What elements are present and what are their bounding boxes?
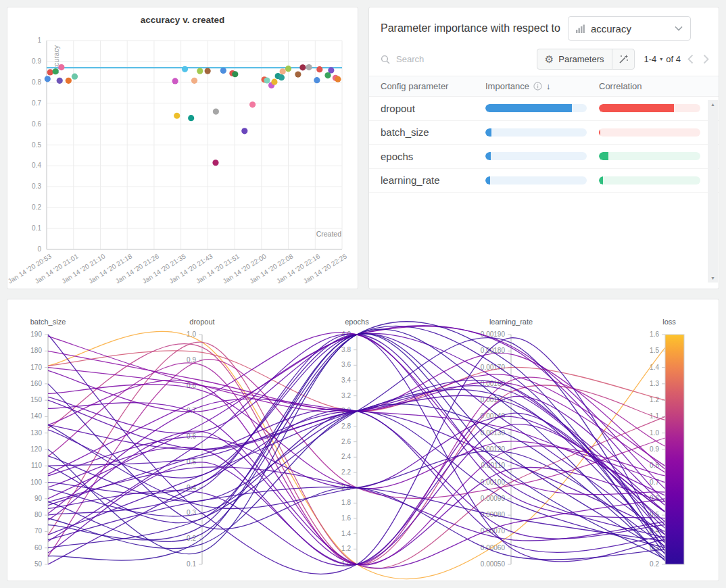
scatter-point[interactable] [232,71,238,77]
scatter-point[interactable] [316,66,322,72]
scatter-point[interactable] [314,77,320,83]
scatter-point[interactable] [335,76,341,82]
parameter-importance-panel: Parameter importance with respect to acc… [368,7,719,289]
svg-text:2.2: 2.2 [341,468,351,476]
config-parameter-name: learning_rate [369,174,485,186]
svg-text:3.6: 3.6 [341,361,351,368]
scatter-point[interactable] [264,77,270,83]
table-scrollbar[interactable]: ▲ ▼ [708,100,718,283]
importance-table-header: Config parameter Importance ↓ Correlatio… [369,76,719,97]
svg-text:Jan 14 '20 20:53: Jan 14 '20 20:53 [7,252,53,285]
svg-text:1.6: 1.6 [341,514,351,522]
metric-dropdown[interactable]: accuracy [568,16,691,41]
scatter-point[interactable] [280,68,286,74]
scatter-point[interactable] [212,160,218,166]
sort-descending-icon[interactable]: ↓ [546,81,551,91]
config-parameter-name: batch_size [369,126,485,138]
scatter-point[interactable] [285,66,291,72]
parameters-button-label: Parameters [558,54,604,64]
importance-row[interactable]: learning_rate [369,169,719,193]
parameters-button[interactable]: ⚙ Parameters [537,49,612,70]
scatter-point[interactable] [66,78,72,84]
chevron-left-icon[interactable] [687,54,694,64]
svg-text:1.6: 1.6 [650,330,659,338]
pagination-of: of 4 [666,54,681,64]
scatter-point[interactable] [57,78,63,84]
column-importance[interactable]: Importance ↓ [485,81,599,91]
svg-text:3.4: 3.4 [341,376,351,384]
info-icon[interactable] [533,82,542,91]
svg-text:0.00190: 0.00190 [481,330,506,338]
pagination-arrows [687,54,709,64]
svg-text:110: 110 [31,462,42,469]
scroll-down-icon[interactable]: ▼ [710,276,715,280]
scatter-point[interactable] [295,71,301,77]
importance-title: Parameter importance with respect to [381,22,560,34]
scatter-point[interactable] [205,68,211,74]
scatter-point[interactable] [47,69,53,75]
importance-row[interactable]: dropout [369,97,719,121]
scatter-point[interactable] [328,67,334,73]
scatter-point[interactable] [220,68,226,74]
correlation-bar [599,152,700,160]
importance-bar [485,104,587,112]
scatter-point[interactable] [58,64,64,70]
scatter-point[interactable] [306,64,312,70]
metric-dropdown-value: accuracy [591,23,669,34]
svg-text:epochs: epochs [345,318,369,326]
scatter-chart-title: accuracy v. created [7,7,358,28]
scatter-point[interactable] [271,79,277,85]
scatter-point[interactable] [241,128,247,134]
scatter-point[interactable] [72,74,78,80]
scatter-point[interactable] [45,76,51,82]
scatter-point[interactable] [197,68,203,74]
scroll-up-icon[interactable]: ▲ [710,102,715,107]
svg-text:180: 180 [30,347,42,354]
parallel-coordinates-panel: batch_size506070809010011012013014015016… [7,299,719,581]
svg-text:0.5: 0.5 [32,141,41,149]
svg-text:0.9: 0.9 [32,57,41,65]
correlation-bar [599,176,700,185]
svg-text:130: 130 [30,429,42,437]
importance-bar [485,176,587,185]
svg-text:1: 1 [37,36,41,44]
importance-table-body: dropoutbatch_sizeepochslearning_rate [369,97,719,193]
svg-text:50: 50 [34,560,43,568]
importance-row[interactable]: batch_size [369,121,719,145]
importance-controls: ⚙ Parameters 1-4 ▾ of 4 [369,47,719,76]
parallel-coordinates-chart[interactable]: batch_size506070809010011012013014015016… [7,299,719,581]
gear-icon: ⚙ [545,54,554,64]
importance-header: Parameter importance with respect to acc… [369,7,719,47]
chevron-down-icon [675,26,683,31]
scatter-chart[interactable]: 00.10.20.30.40.50.60.70.80.91Jan 14 '20 … [7,28,358,289]
svg-text:learning_rate: learning_rate [489,318,533,326]
svg-text:dropout: dropout [189,318,214,326]
importance-bar [485,128,587,137]
importance-row[interactable]: epochs [369,145,719,169]
scatter-point[interactable] [172,78,178,84]
scatter-point[interactable] [188,115,194,121]
scatter-point[interactable] [182,66,188,72]
column-correlation: Correlation [599,81,719,91]
scatter-point[interactable] [53,68,59,74]
search-input[interactable] [395,53,479,65]
svg-text:2.8: 2.8 [341,422,351,430]
scatter-point[interactable] [299,64,306,70]
pagination-summary[interactable]: 1-4 ▾ of 4 [644,54,681,64]
svg-text:1.3: 1.3 [650,380,659,387]
scatter-point[interactable] [174,113,180,119]
chevron-right-icon[interactable] [703,54,709,64]
svg-text:170: 170 [30,364,42,371]
svg-text:1.4: 1.4 [341,530,351,537]
scatter-point[interactable] [249,101,256,107]
svg-text:0.1: 0.1 [187,560,196,568]
svg-text:1.2: 1.2 [341,545,351,552]
scatter-point[interactable] [279,74,285,80]
magic-wand-button[interactable] [612,49,635,70]
svg-text:0.00100: 0.00100 [481,479,506,486]
scatter-point[interactable] [213,108,219,114]
scatter-point[interactable] [324,72,331,78]
search-box[interactable] [381,53,537,65]
scatter-point[interactable] [191,78,197,84]
svg-text:0.3: 0.3 [32,182,41,190]
